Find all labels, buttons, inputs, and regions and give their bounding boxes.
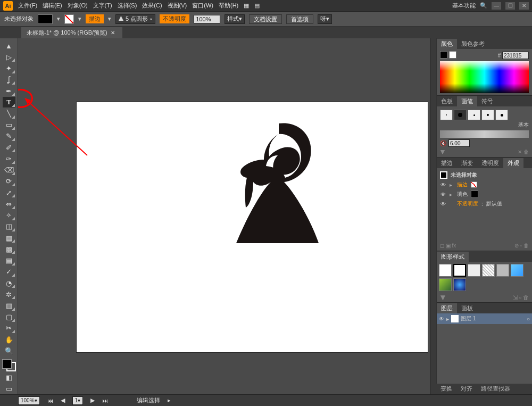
new-brush-icon[interactable]: ✕ [518, 149, 522, 155]
menu-window[interactable]: 窗口(W) [192, 2, 213, 10]
menu-effect[interactable]: 效果(C) [142, 2, 162, 10]
rectangle-tool[interactable]: ▭ [3, 120, 15, 130]
shape-builder-tool[interactable]: ◫ [3, 221, 15, 232]
panel-menu-icon[interactable]: ⯆ [440, 149, 445, 155]
tab-color-guide[interactable]: 颜色参考 [457, 39, 489, 49]
brush-size-input[interactable] [448, 139, 470, 147]
opacity-input[interactable] [194, 15, 220, 23]
appearance-stroke-swatch[interactable] [471, 181, 477, 188]
maximize-button[interactable]: ☐ [505, 2, 515, 10]
brush-preset-4[interactable] [481, 110, 494, 120]
hex-input[interactable] [502, 52, 529, 59]
style-dropdown[interactable]: 样式 ▾ [225, 14, 245, 24]
zoom-tool[interactable]: 🔍 [3, 345, 15, 356]
scale-tool[interactable]: ⤢ [3, 187, 15, 198]
workspace-switcher[interactable]: 基本功能 [452, 2, 476, 10]
menu-select[interactable]: 选择(S) [118, 2, 137, 10]
stroke-swatch[interactable] [64, 14, 74, 24]
style-swatch[interactable] [468, 264, 480, 277]
mesh-tool[interactable]: ▩ [3, 244, 15, 254]
tab-swatches[interactable]: 色板 [437, 96, 457, 106]
visibility-icon[interactable]: 👁 [440, 201, 446, 207]
doc-setup-button[interactable]: 文档设置 [249, 14, 282, 24]
paintbrush-tool[interactable]: ✎ [3, 131, 15, 142]
tab-pathfinder[interactable]: 路径查找器 [477, 384, 514, 394]
appearance-clear-icon[interactable]: ⊘ [514, 243, 519, 248]
fill-box[interactable] [2, 359, 12, 369]
layer-name[interactable]: 图层 1 [461, 315, 476, 322]
close-tab-icon[interactable]: ✕ [111, 30, 115, 36]
brush-preset-1[interactable] [440, 110, 453, 120]
blob-brush-tool[interactable]: ✑ [3, 153, 15, 164]
pen-tool[interactable]: ✒ [3, 86, 15, 96]
appearance-delete-icon[interactable]: 🗑 [523, 243, 529, 248]
tab-transparency[interactable]: 透明度 [477, 158, 503, 168]
style-swatch[interactable] [453, 264, 466, 277]
pencil-tool[interactable]: ✐ [3, 142, 15, 153]
fill-stroke-control[interactable] [2, 359, 16, 372]
screen-mode-icon[interactable]: ▭ [3, 384, 15, 394]
direct-selection-tool[interactable]: ▷ [3, 52, 15, 62]
appearance-icon-2[interactable]: ▣ [446, 243, 451, 248]
stroke-label[interactable]: 描边 [86, 14, 104, 23]
prefs-button[interactable]: 首选项 [286, 14, 313, 24]
layer-target-icon[interactable]: ○ [527, 316, 530, 322]
tab-appearance[interactable]: 外观 [503, 158, 523, 168]
menu-object[interactable]: 对象(O) [68, 2, 88, 10]
styles-new-icon[interactable]: ▫ [519, 294, 521, 301]
hand-tool[interactable]: ✋ [3, 334, 15, 345]
rotate-tool[interactable]: ⟳ [3, 176, 15, 187]
width-tool[interactable]: ⇔ [3, 198, 15, 209]
color-fill-swatch[interactable] [440, 51, 447, 59]
tab-stroke[interactable]: 描边 [437, 158, 457, 168]
close-button[interactable]: ✕ [519, 2, 529, 10]
brush-preset-2[interactable] [454, 110, 467, 120]
delete-brush-icon[interactable]: 🗑 [523, 149, 529, 155]
nav-prev-icon[interactable]: ◀ [61, 397, 65, 404]
tab-transform[interactable]: 变换 [436, 384, 456, 394]
tab-brushes[interactable]: 画笔 [457, 96, 477, 106]
brush-preset-5[interactable] [495, 110, 508, 120]
style-swatch[interactable] [496, 264, 509, 277]
visibility-icon[interactable]: 👁 [440, 192, 446, 197]
styles-delete-icon[interactable]: 🗑 [523, 294, 529, 301]
styles-menu-icon[interactable]: ⯆ [440, 294, 446, 301]
style-swatch[interactable] [439, 278, 452, 291]
menu-help[interactable]: 帮助(H) [219, 2, 238, 10]
tab-symbols[interactable]: 符号 [477, 96, 497, 106]
zoom-combo[interactable]: 100% ▾ [18, 396, 40, 405]
gradient-tool[interactable]: ▤ [3, 255, 15, 266]
layer-visibility-icon[interactable]: 👁 [439, 316, 444, 322]
tab-align[interactable]: 对齐 [456, 384, 477, 394]
canvas-area[interactable] [18, 38, 430, 394]
appearance-new-icon[interactable]: ▫ [520, 243, 522, 248]
nav-next-icon[interactable]: ▶ [90, 397, 95, 404]
symbol-sprayer-tool[interactable]: ✲ [3, 289, 15, 300]
menu-type[interactable]: 文字(T) [93, 2, 112, 10]
page-combo[interactable]: 1 ▾ [72, 396, 84, 405]
menu-view[interactable]: 视图(V) [168, 2, 187, 10]
tab-artboards[interactable]: 画板 [457, 303, 477, 313]
visibility-icon[interactable]: 👁 [440, 182, 446, 188]
nav-last-icon[interactable]: ⏭ [102, 397, 108, 404]
appearance-fill-row[interactable]: 👁 ▸ 填色 [440, 189, 529, 199]
style-swatch[interactable] [439, 264, 452, 277]
search-icon[interactable]: 🔍 [480, 2, 487, 9]
color-stroke-swatch[interactable] [449, 51, 456, 59]
style-swatch[interactable] [453, 278, 466, 291]
brush-preset-3[interactable] [468, 110, 480, 120]
lasso-tool[interactable]: ʆ [3, 74, 15, 85]
menu-file[interactable]: 文件(F) [18, 2, 37, 10]
appearance-fill-swatch[interactable] [471, 190, 478, 198]
menu-extra2-icon[interactable]: ▤ [254, 2, 260, 9]
tab-gradient[interactable]: 渐变 [457, 158, 477, 168]
tab-layers[interactable]: 图层 [437, 303, 457, 313]
tab-graphic-styles[interactable]: 图形样式 [437, 252, 469, 262]
opacity-label[interactable]: 不透明度 [160, 14, 189, 23]
style-swatch[interactable] [482, 264, 495, 277]
menu-extra-icon[interactable]: ▦ [244, 2, 249, 9]
styles-link-icon[interactable]: ⇲ [513, 294, 518, 301]
eyedropper-tool[interactable]: ✓ [3, 267, 15, 277]
layer-expand-icon[interactable]: ▸ [446, 316, 449, 322]
blend-tool[interactable]: ◔ [3, 278, 15, 288]
